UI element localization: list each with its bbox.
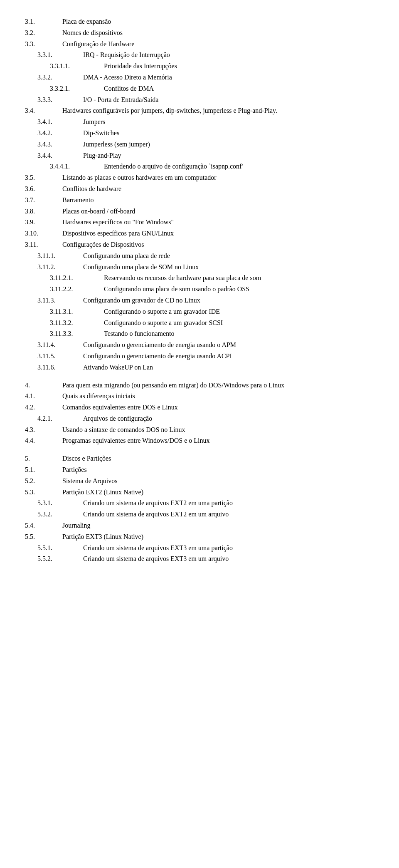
toc-entry-3-8: 3.8. Placas on-board / off-board <box>25 206 374 217</box>
toc-text-5-3: Partição EXT2 (Linux Native) <box>62 487 374 498</box>
toc-entry-3-1: 3.1. Placa de expansão <box>25 17 374 27</box>
toc-entry-3-4-4-1: 3.4.4.1. Entendendo o arquivo de configu… <box>25 161 374 172</box>
toc-text-3-11-3: Configurando um gravador de CD no Linux <box>83 295 374 306</box>
toc-text-3-9: Hardwares específicos ou "For Windows" <box>62 217 374 228</box>
toc-number-3-4-4-1: 3.4.4.1. <box>50 161 104 172</box>
toc-text-3-7: Barramento <box>62 195 374 206</box>
toc-text-5-3-2: Criando um sistema de arquivos EXT2 em u… <box>83 509 374 520</box>
toc-entry-3-3: 3.3. Configuração de Hardware <box>25 39 374 50</box>
toc-entry-5-5: 5.5. Partição EXT3 (Linux Native) <box>25 532 374 542</box>
toc-entry-5-1: 5.1. Partições <box>25 465 374 475</box>
toc-entry-3-2: 3.2. Nomes de dispositivos <box>25 28 374 38</box>
toc-entry-3-11-3-1: 3.11.3.1. Configurando o suporte a um gr… <box>25 307 374 317</box>
toc-text-3-4-2: Dip-Switches <box>83 128 374 139</box>
toc-text-5: Discos e Partições <box>62 454 374 464</box>
toc-text-4-1: Quais as diferenças iniciais <box>62 391 374 402</box>
toc-entry-3-3-1-1: 3.3.1.1. Prioridade das Interrupções <box>25 61 374 72</box>
toc-number-3-11-2-1: 3.11.2.1. <box>50 273 104 283</box>
toc-entry-3-7: 3.7. Barramento <box>25 195 374 206</box>
toc-entry-4-4: 4.4. Programas equivalentes entre Window… <box>25 436 374 446</box>
toc-number-3-4-3: 3.4.3. <box>37 139 83 150</box>
toc-number-3-8: 3.8. <box>25 206 62 217</box>
toc-entry-3-6: 3.6. Conflitos de hardware <box>25 184 374 194</box>
toc-entry-5-5-1: 5.5.1. Criando um sistema de arquivos EX… <box>25 543 374 553</box>
toc-text-3-4: Hardwares configuráveis por jumpers, dip… <box>62 106 374 116</box>
toc-entry-5-5-2: 5.5.2. Criando um sistema de arquivos EX… <box>25 554 374 564</box>
toc-entry-3-11-5: 3.11.5. Configurando o gerenciamento de … <box>25 351 374 362</box>
toc-number-3-6: 3.6. <box>25 184 62 194</box>
toc-entry-4-3: 4.3. Usando a sintaxe de comandos DOS no… <box>25 425 374 435</box>
toc-entry-3-11-3: 3.11.3. Configurando um gravador de CD n… <box>25 295 374 306</box>
toc-number-5-5: 5.5. <box>25 532 62 542</box>
toc-entry-5-3: 5.3. Partição EXT2 (Linux Native) <box>25 487 374 498</box>
toc-number-5-2: 5.2. <box>25 476 62 486</box>
toc-entry-3-11: 3.11. Configurações de Dispositivos <box>25 240 374 250</box>
table-of-contents: 3.1. Placa de expansão 3.2. Nomes de dis… <box>25 17 374 564</box>
toc-number-3-4-4: 3.4.4. <box>37 151 83 161</box>
toc-number-3-11-1: 3.11.1. <box>37 251 83 261</box>
toc-entry-4-2-1: 4.2.1. Arquivos de configuração <box>25 414 374 424</box>
toc-text-3-2: Nomes de dispositivos <box>62 28 374 38</box>
toc-number-5-3: 5.3. <box>25 487 62 498</box>
toc-number-3-3-1-1: 3.3.1.1. <box>50 61 104 72</box>
toc-text-4: Para quem esta migrando (ou pensando em … <box>62 380 374 391</box>
toc-number-3-9: 3.9. <box>25 217 62 228</box>
toc-text-4-4: Programas equivalentes entre Windows/DOS… <box>62 436 374 446</box>
toc-text-3-11-2-1: Reservando os recursos de hardware para … <box>104 273 374 283</box>
toc-entry-3-11-2-2: 3.11.2.2. Configurando uma placa de som … <box>25 284 374 295</box>
toc-text-5-5-1: Criando um sistema de arquivos EXT3 em u… <box>83 543 374 553</box>
toc-entry-3-3-2-1: 3.3.2.1. Conflitos de DMA <box>25 84 374 94</box>
toc-text-3-3-1: IRQ - Requisição de Interrupção <box>83 50 374 60</box>
toc-entry-5: 5. Discos e Partições <box>25 454 374 464</box>
toc-text-3-10: Dispositivos específicos para GNU/Linux <box>62 228 374 239</box>
toc-entry-3-3-2: 3.3.2. DMA - Acesso Direto a Memória <box>25 72 374 83</box>
toc-text-3-11-4: Configurando o gerenciamento de energia … <box>83 340 374 350</box>
toc-number-3-7: 3.7. <box>25 195 62 206</box>
toc-text-5-5: Partição EXT3 (Linux Native) <box>62 532 374 542</box>
toc-entry-3-3-3: 3.3.3. I/O - Porta de Entrada/Saída <box>25 95 374 105</box>
toc-number-3-11-3-2: 3.11.3.2. <box>50 318 104 328</box>
toc-number-3-3-2: 3.3.2. <box>37 72 83 83</box>
toc-entry-3-4-1: 3.4.1. Jumpers <box>25 117 374 127</box>
toc-entry-3-11-2-1: 3.11.2.1. Reservando os recursos de hard… <box>25 273 374 283</box>
toc-text-4-2: Comandos equivalentes entre DOS e Linux <box>62 402 374 413</box>
toc-entry-3-11-1: 3.11.1. Configurando uma placa de rede <box>25 251 374 261</box>
toc-text-5-3-1: Criando um sistema de arquivos EXT2 em u… <box>83 498 374 508</box>
toc-text-5-2: Sistema de Arquivos <box>62 476 374 486</box>
toc-entry-4-2: 4.2. Comandos equivalentes entre DOS e L… <box>25 402 374 413</box>
toc-text-5-4: Journaling <box>62 521 374 531</box>
toc-text-3-11: Configurações de Dispositivos <box>62 240 374 250</box>
toc-number-3-5: 3.5. <box>25 173 62 183</box>
toc-number-3-3-3: 3.3.3. <box>37 95 83 105</box>
toc-number-3-4-1: 3.4.1. <box>37 117 83 127</box>
toc-number-3-11-2: 3.11.2. <box>37 262 83 273</box>
toc-entry-5-3-1: 5.3.1. Criando um sistema de arquivos EX… <box>25 498 374 508</box>
toc-number-4: 4. <box>25 380 62 391</box>
toc-number-3-4: 3.4. <box>25 106 62 116</box>
toc-text-3-3-3: I/O - Porta de Entrada/Saída <box>83 95 374 105</box>
toc-entry-3-11-4: 3.11.4. Configurando o gerenciamento de … <box>25 340 374 350</box>
toc-number-5-5-1: 5.5.1. <box>37 543 83 553</box>
toc-number-5: 5. <box>25 454 62 464</box>
toc-number-3-10: 3.10. <box>25 228 62 239</box>
toc-text-3-3-1-1: Prioridade das Interrupções <box>104 61 374 72</box>
toc-entry-3-11-3-3: 3.11.3.3. Testando o funcionamento <box>25 329 374 339</box>
toc-text-3-11-3-1: Configurando o suporte a um gravador IDE <box>104 307 374 317</box>
toc-text-5-5-2: Criando um sistema de arquivos EXT3 em u… <box>83 554 374 564</box>
toc-text-3-11-1: Configurando uma placa de rede <box>83 251 374 261</box>
toc-entry-4-1: 4.1. Quais as diferenças iniciais <box>25 391 374 402</box>
toc-number-3-11-3: 3.11.3. <box>37 295 83 306</box>
toc-entry-3-4: 3.4. Hardwares configuráveis por jumpers… <box>25 106 374 116</box>
toc-number-4-2-1: 4.2.1. <box>37 414 83 424</box>
toc-text-3-11-5: Configurando o gerenciamento de energia … <box>83 351 374 362</box>
toc-text-3-6: Conflitos de hardware <box>62 184 374 194</box>
toc-number-3-3: 3.3. <box>25 39 62 50</box>
toc-entry-5-4: 5.4. Journaling <box>25 521 374 531</box>
toc-text-4-3: Usando a sintaxe de comandos DOS no Linu… <box>62 425 374 435</box>
toc-entry-5-3-2: 5.3.2. Criando um sistema de arquivos EX… <box>25 509 374 520</box>
toc-number-3-11-5: 3.11.5. <box>37 351 83 362</box>
toc-text-3-1: Placa de expansão <box>62 17 374 27</box>
toc-number-3-11-2-2: 3.11.2.2. <box>50 284 104 295</box>
toc-entry-3-11-3-2: 3.11.3.2. Configurando o suporte a um gr… <box>25 318 374 328</box>
toc-number-4-4: 4.4. <box>25 436 62 446</box>
